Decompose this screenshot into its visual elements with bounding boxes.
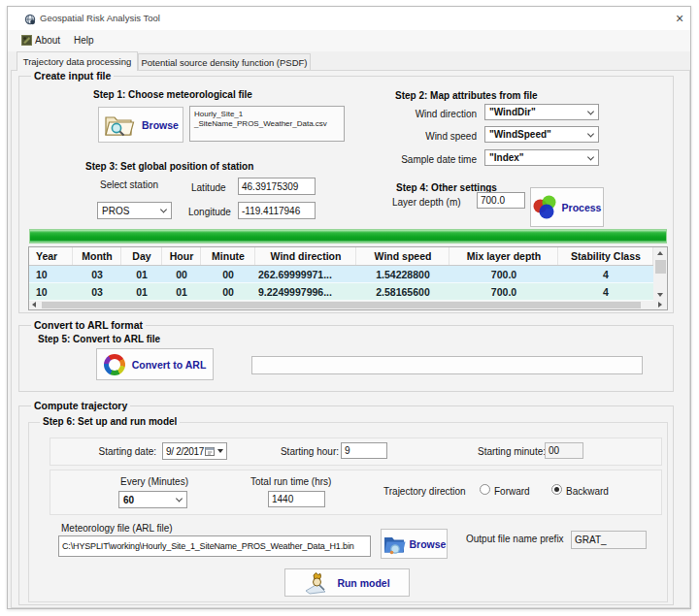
grid-header[interactable]: Stability Class xyxy=(558,247,653,265)
every-minutes-select[interactable]: 60 xyxy=(118,491,187,508)
scroll-down-button[interactable] xyxy=(653,289,667,301)
met-arl-file-input[interactable]: C:\HYSPLIT\working\Hourly_Site_1_SiteNam… xyxy=(58,535,371,557)
grid-cell: 03 xyxy=(73,283,121,301)
blue-folder-search-icon xyxy=(383,534,406,555)
menu-bar: About Help xyxy=(8,30,690,51)
browse-arl-button[interactable]: Browse xyxy=(381,529,448,559)
menu-about[interactable]: About xyxy=(35,30,60,51)
starting-date-label: Starting date: xyxy=(66,446,156,457)
every-minutes-value: 60 xyxy=(123,495,134,505)
step3-title: Step 3: Set global position of station xyxy=(85,161,253,172)
chevron-down-icon xyxy=(217,449,223,453)
sample-date-time-select[interactable]: "Index" xyxy=(484,149,599,166)
grid-cell: 03 xyxy=(73,266,121,283)
app-window: Geospatial Risk Analysis Tool × About He… xyxy=(7,6,691,609)
grid-header[interactable]: Minute xyxy=(201,247,255,265)
select-station-label: Select station xyxy=(100,179,158,190)
grid-cell: 00 xyxy=(201,266,255,283)
grid-header[interactable]: Hour xyxy=(162,247,201,265)
about-menu-icon xyxy=(21,35,32,46)
grid-header-row: Year Month Day Hour Minute Wind directio… xyxy=(29,247,653,266)
chevron-down-icon xyxy=(176,495,183,502)
total-run-time-input[interactable]: 1440 xyxy=(268,491,325,507)
vertical-scroll-thumb[interactable] xyxy=(655,260,666,274)
backward-radio-label: Backward xyxy=(566,486,609,497)
grid-cell: 4 xyxy=(558,266,653,283)
wind-direction-value: "WindDir" xyxy=(489,107,536,117)
browse-met-file-label: Browse xyxy=(142,119,179,131)
starting-hour-input[interactable]: 9 xyxy=(341,442,387,459)
step6-group: Step 6: Set up and run model Starting da… xyxy=(28,422,668,602)
process-button[interactable]: Process xyxy=(530,187,604,227)
grid-header[interactable]: Wind speed xyxy=(356,247,449,265)
backward-radio[interactable] xyxy=(551,484,562,495)
browse-arl-label: Browse xyxy=(410,538,447,550)
tab-psdf[interactable]: Potential source density function (PSDF) xyxy=(138,53,311,71)
browse-met-file-button[interactable]: Browse xyxy=(98,107,183,143)
convert-to-arl-button[interactable]: Convert to ARL xyxy=(96,348,214,380)
scroll-down-icon xyxy=(657,293,663,297)
create-input-file-title: Create input file xyxy=(31,70,114,81)
scroll-right-icon xyxy=(658,302,662,308)
forward-radio[interactable] xyxy=(480,484,490,495)
menu-help[interactable]: Help xyxy=(74,30,94,51)
run-model-button[interactable]: Run model xyxy=(284,568,410,597)
grid-horizontal-scrollbar[interactable] xyxy=(29,301,667,309)
forward-radio-label: Forward xyxy=(494,486,530,497)
starting-date-picker[interactable]: 9/ 2/2017 xyxy=(162,442,227,460)
met-file-name-line1: Hourly_Site_1 xyxy=(194,110,340,119)
sample-date-time-label: Sample date time xyxy=(386,154,477,165)
grid-cell: 10 xyxy=(29,283,73,301)
scroll-left-button[interactable] xyxy=(29,301,41,309)
grid-cell: 9.2249997996... xyxy=(255,283,356,301)
latitude-input[interactable]: 46.39175309 xyxy=(238,178,316,195)
latitude-label: Latitude xyxy=(191,182,226,193)
grid-cell: 01 xyxy=(121,283,162,301)
station-select[interactable]: PROS xyxy=(97,202,172,219)
layer-depth-input[interactable]: 700.0 xyxy=(477,192,525,209)
window-title: Geospatial Risk Analysis Tool xyxy=(40,7,160,30)
run-settings-panel: Every (Minutes) 60 Total run time (hrs) … xyxy=(50,470,662,515)
grid-row-2[interactable]: 10 03 01 01 00 9.2249997996... 2.5816560… xyxy=(29,283,653,301)
total-run-time-label: Total run time (hrs) xyxy=(250,476,331,487)
convert-progress-bar xyxy=(251,356,643,374)
met-arl-file-label: Meteorology file (ARL file) xyxy=(61,523,173,534)
process-label: Process xyxy=(562,202,602,213)
output-prefix-input[interactable]: GRAT_ xyxy=(571,531,647,549)
grid-header[interactable]: Year xyxy=(29,247,73,265)
tab-trajectory-data-processing[interactable]: Trajectory data processing xyxy=(17,51,138,71)
step2-title: Step 2: Map attributes from file xyxy=(395,90,538,101)
grid-row-1[interactable]: 10 03 01 00 00 262.69999971... 1.5422880… xyxy=(29,266,653,283)
wind-direction-select[interactable]: "WindDir" xyxy=(484,104,599,120)
starting-minute-input[interactable]: 00 xyxy=(545,442,583,459)
grid-cell: 4 xyxy=(558,283,653,301)
grid-cell: 01 xyxy=(121,266,162,283)
scroll-up-button[interactable] xyxy=(653,247,667,259)
grid-header[interactable]: Day xyxy=(121,247,162,265)
station-value: PROS xyxy=(102,206,129,216)
wind-speed-label: Wind speed xyxy=(386,131,477,142)
scroll-right-button[interactable] xyxy=(654,301,666,309)
grid-header[interactable]: Month xyxy=(73,247,121,265)
grid-cell: 00 xyxy=(162,266,201,283)
grid-vertical-scrollbar[interactable] xyxy=(653,247,667,301)
wind-speed-value: "WindSpeed" xyxy=(489,129,551,140)
compute-trajectory-title: Compute trajectory xyxy=(31,400,130,411)
longitude-input[interactable]: -119.4117946 xyxy=(238,202,316,219)
horizontal-scroll-thumb[interactable] xyxy=(42,302,641,308)
grid-header[interactable]: Mix layer depth xyxy=(449,247,558,265)
create-input-file-group: Create input file Step 1: Choose meteoro… xyxy=(18,76,674,313)
grid-cell: 262.69999971... xyxy=(255,266,356,283)
step5-title: Step 5: Convert to ARL file xyxy=(38,334,160,344)
met-file-name-line2: _SiteName_PROS_Weather_Data.csv xyxy=(194,119,340,129)
close-button[interactable]: × xyxy=(672,11,687,26)
step6-title: Step 6: Set up and run model xyxy=(40,416,180,427)
grid-cell: 700.0 xyxy=(449,283,558,301)
starting-hour-label: Starting hour: xyxy=(276,446,339,457)
app-icon xyxy=(24,14,36,25)
folder-search-icon xyxy=(103,113,136,138)
layer-depth-label: Layer depth (m) xyxy=(392,197,461,208)
wind-speed-select[interactable]: "WindSpeed" xyxy=(484,126,599,143)
start-time-panel: Starting date: 9/ 2/2017 Starting hour: … xyxy=(50,438,662,466)
grid-header[interactable]: Wind direction xyxy=(255,247,356,265)
